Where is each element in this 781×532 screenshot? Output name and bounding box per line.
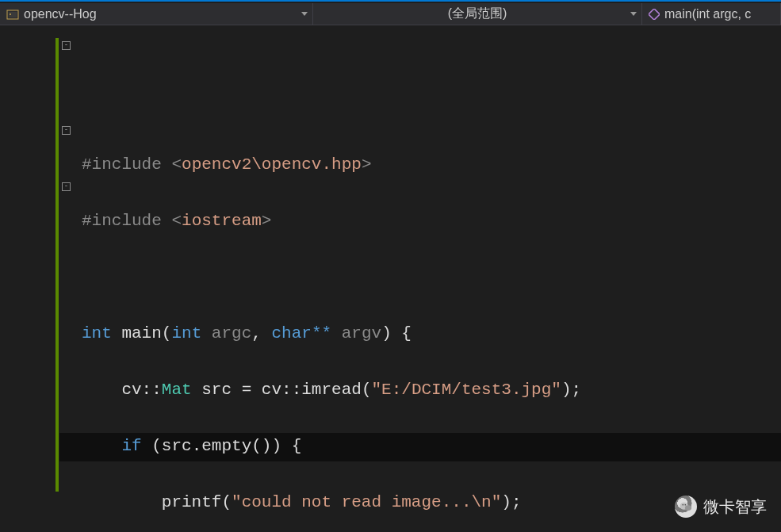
editor-gutter: - - - — [0, 25, 59, 532]
chevron-down-icon — [301, 12, 308, 16]
code-line: #include <iostream> — [82, 207, 781, 235]
function-dropdown[interactable]: main(int argc, c — [642, 3, 781, 25]
svg-point-2 — [10, 13, 11, 15]
scope-label: (全局范围) — [448, 6, 507, 22]
code-editor[interactable]: - - - #include <opencv2\opencv.hpp> #inc… — [0, 25, 781, 532]
code-line: #include <opencv2\opencv.hpp> — [82, 151, 781, 179]
watermark-text: 微卡智享 — [703, 496, 767, 518]
chevron-down-icon — [630, 12, 637, 16]
code-line: int main(int argc, char** argv) { — [82, 320, 781, 348]
scope-dropdown[interactable]: (全局范围) — [313, 3, 642, 25]
function-name: main(int argc, c — [664, 7, 751, 21]
svg-point-5 — [685, 505, 691, 511]
project-name: opencv--Hog — [24, 7, 97, 21]
project-icon — [6, 8, 19, 21]
svg-point-6 — [683, 504, 684, 506]
code-line: if (src.empty()) { — [82, 432, 781, 461]
code-line — [82, 263, 781, 292]
wechat-icon — [675, 496, 697, 518]
watermark: 微卡智享 — [675, 496, 767, 518]
navigation-bar: opencv--Hog (全局范围) main(int argc, c — [0, 3, 781, 25]
change-indicator — [56, 38, 59, 492]
svg-rect-3 — [649, 9, 660, 20]
code-line: cv::Mat src = cv::imread("E:/DCIM/test3.… — [82, 376, 781, 404]
project-dropdown[interactable]: opencv--Hog — [0, 3, 313, 25]
code-content-area[interactable]: #include <opencv2\opencv.hpp> #include <… — [59, 25, 781, 532]
svg-point-7 — [685, 504, 687, 506]
function-icon — [649, 9, 660, 20]
